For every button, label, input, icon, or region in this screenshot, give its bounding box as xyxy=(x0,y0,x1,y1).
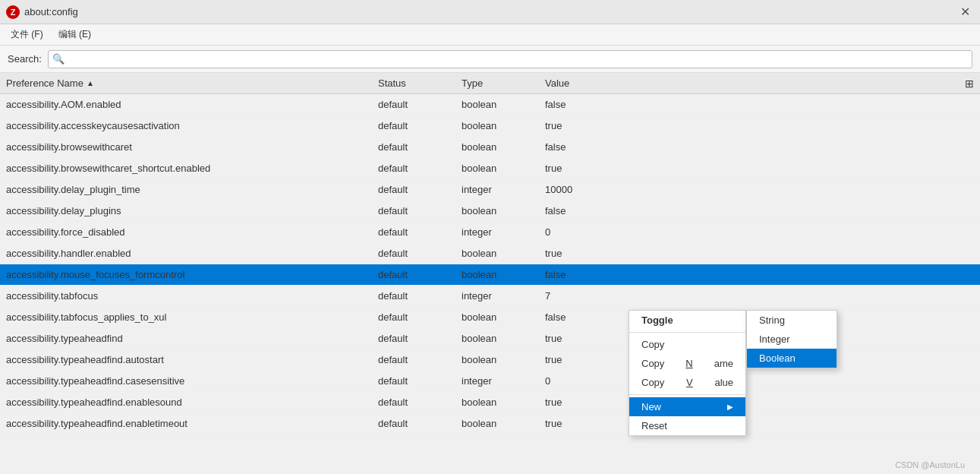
cell-type: boolean xyxy=(455,205,539,216)
cell-status: default xyxy=(372,226,455,238)
cell-type: integer xyxy=(455,375,539,387)
cell-value: true xyxy=(539,120,959,131)
cell-pref-name: accessibility.tabfocus xyxy=(0,290,372,302)
context-menu-separator-2 xyxy=(629,394,745,395)
cell-status: default xyxy=(372,418,455,429)
cell-status: default xyxy=(372,354,455,365)
cell-type: integer xyxy=(455,226,539,238)
close-button[interactable]: ✕ xyxy=(956,3,974,21)
cell-pref-name: accessibility.delay_plugins xyxy=(0,205,372,216)
cell-status: default xyxy=(372,269,455,280)
cell-pref-name: accessibility.tabfocus_applies_to_xul xyxy=(0,311,372,323)
context-menu: Toggle Copy Copy Name Copy Value New ▶ R… xyxy=(629,310,746,436)
cell-value: true xyxy=(539,163,959,174)
cell-value: false xyxy=(539,141,959,153)
cell-status: default xyxy=(372,311,455,323)
cell-pref-name: accessibility.handler.enabled xyxy=(0,248,372,259)
cell-status: default xyxy=(372,333,455,344)
submenu: String Integer Boolean xyxy=(746,310,837,368)
cell-value: 0 xyxy=(539,226,959,238)
cell-pref-name: accessibility.browsewithcaret_shortcut.e… xyxy=(0,163,372,174)
submenu-string[interactable]: String xyxy=(747,311,837,330)
cell-pref-name: accessibility.browsewithcaret xyxy=(0,141,372,153)
cell-type: boolean xyxy=(455,333,539,344)
context-menu-reset[interactable]: Reset xyxy=(629,416,745,435)
table-row[interactable]: accessibility.AOM.enabled default boolea… xyxy=(0,94,980,115)
cell-status: default xyxy=(372,141,455,153)
header-status: Status xyxy=(372,77,455,89)
cell-type: boolean xyxy=(455,120,539,131)
columns-icon[interactable]: ⊞ xyxy=(965,77,974,90)
table-row[interactable]: accessibility.typeaheadfind.casesensitiv… xyxy=(0,371,980,392)
context-menu-copy[interactable]: Copy xyxy=(629,335,745,354)
app-logo: Z xyxy=(6,5,20,19)
cell-value: 10000 xyxy=(539,184,959,195)
submenu-boolean[interactable]: Boolean xyxy=(747,349,837,368)
cell-pref-name: accessibility.mouse_focuses_formcontrol xyxy=(0,269,372,280)
cell-status: default xyxy=(372,248,455,259)
table-row[interactable]: accessibility.force_disabled default int… xyxy=(0,222,980,243)
header-icon: ⊞ xyxy=(959,77,980,90)
watermark: CSDN @AustonLu xyxy=(895,460,965,469)
context-menu-copy-name[interactable]: Copy Name xyxy=(629,354,745,373)
search-input-wrapper: 🔍 xyxy=(48,50,972,68)
context-menu-copy-value[interactable]: Copy Value xyxy=(629,373,745,392)
cell-value: true xyxy=(539,418,959,429)
cell-type: boolean xyxy=(455,418,539,429)
search-icon: 🔍 xyxy=(52,53,65,65)
title-bar: Z about:config ✕ xyxy=(0,0,980,24)
table-body: accessibility.AOM.enabled default boolea… xyxy=(0,94,980,434)
cell-status: default xyxy=(372,120,455,131)
table-row[interactable]: accessibility.accesskeycausesactivation … xyxy=(0,115,980,137)
menu-edit[interactable]: 编辑 (E) xyxy=(51,25,99,44)
cell-type: integer xyxy=(455,184,539,195)
cell-type: boolean xyxy=(455,269,539,280)
cell-value: 0 xyxy=(539,375,959,387)
cell-pref-name: accessibility.typeaheadfind.casesensitiv… xyxy=(0,375,372,387)
cell-pref-name: accessibility.typeaheadfind xyxy=(0,333,372,344)
cell-status: default xyxy=(372,397,455,408)
cell-status: default xyxy=(372,163,455,174)
header-preference-name: Preference Name ▲ xyxy=(0,77,372,89)
cell-type: boolean xyxy=(455,141,539,153)
cell-value: true xyxy=(539,397,959,408)
table-row[interactable]: accessibility.delay_plugins default bool… xyxy=(0,201,980,222)
search-input[interactable] xyxy=(48,50,972,68)
context-menu-separator-1 xyxy=(629,332,745,333)
cell-type: boolean xyxy=(455,248,539,259)
search-bar: Search: 🔍 xyxy=(0,46,980,73)
table-row[interactable]: accessibility.browsewithcaret default bo… xyxy=(0,137,980,158)
table-row[interactable]: accessibility.handler.enabled default bo… xyxy=(0,243,980,264)
submenu-integer[interactable]: Integer xyxy=(747,330,837,349)
header-type: Type xyxy=(455,77,539,89)
submenu-arrow: ▶ xyxy=(727,403,733,411)
preferences-table: Preference Name ▲ Status Type Value ⊞ ac… xyxy=(0,73,980,434)
table-row[interactable]: accessibility.tabfocus default integer 7 xyxy=(0,286,980,307)
menu-bar: 文件 (F) 编辑 (E) xyxy=(0,24,980,46)
cell-type: boolean xyxy=(455,354,539,365)
cell-type: boolean xyxy=(455,163,539,174)
cell-type: boolean xyxy=(455,397,539,408)
cell-status: default xyxy=(372,290,455,302)
cell-type: boolean xyxy=(455,311,539,323)
table-row[interactable]: accessibility.browsewithcaret_shortcut.e… xyxy=(0,158,980,179)
cell-status: default xyxy=(372,184,455,195)
context-menu-new[interactable]: New ▶ xyxy=(629,397,745,416)
table-row[interactable]: accessibility.typeaheadfind.enablesound … xyxy=(0,392,980,413)
cell-value: false xyxy=(539,205,959,216)
table-row[interactable]: accessibility.delay_plugin_time default … xyxy=(0,179,980,201)
table-row[interactable]: accessibility.typeaheadfind.enabletimeou… xyxy=(0,413,980,434)
cell-type: boolean xyxy=(455,99,539,110)
cell-pref-name: accessibility.delay_plugin_time xyxy=(0,184,372,195)
cell-value: false xyxy=(539,99,959,110)
table-row[interactable]: accessibility.mouse_focuses_formcontrol … xyxy=(0,264,980,286)
sort-icon: ▲ xyxy=(87,79,94,87)
cell-value: 7 xyxy=(539,290,959,302)
window-title: about:config xyxy=(24,6,956,17)
search-label: Search: xyxy=(8,53,42,65)
cell-pref-name: accessibility.typeaheadfind.autostart xyxy=(0,354,372,365)
cell-value: false xyxy=(539,269,959,280)
context-menu-toggle[interactable]: Toggle xyxy=(629,311,745,330)
cell-status: default xyxy=(372,375,455,387)
menu-file[interactable]: 文件 (F) xyxy=(3,25,51,44)
